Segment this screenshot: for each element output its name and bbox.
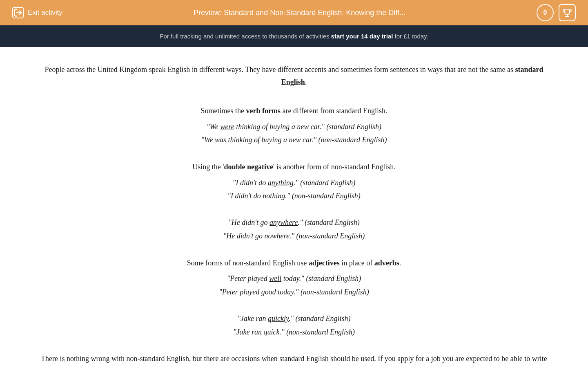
header: Exit activity Preview: Standard and Non-… [0,0,588,25]
header-controls: 0 [537,4,576,21]
adj-adv-example4: "Jake ran quick." (non-standard English) [41,326,547,339]
double-neg-example4: "He didn't go nowhere." (non-standard En… [41,230,547,242]
adj-adv-example3: "Jake ran quickly." (standard English) [41,312,547,325]
exit-label: Exit activity [28,9,62,17]
section-verb-forms: Sometimes the verb forms are different f… [41,105,547,146]
banner-cta[interactable]: start your 14 day trial [331,33,393,40]
exit-icon [12,7,24,18]
verb-forms-example1: "We were thinking of buying a new car." … [41,121,547,133]
intro-paragraph: People across the United Kingdom speak E… [41,63,547,88]
banner-text-after: for £1 today. [393,33,428,40]
adj-adv-heading: Some forms of non-standard English use a… [41,257,547,269]
adj-adv-example1: "Peter played well today." (standard Eng… [41,272,547,285]
banner-text-before: For full tracking and unlimited access t… [160,33,331,40]
anything-underline: anything [268,179,294,187]
anywhere-underline: anywhere [270,218,298,227]
verb-forms-example2: "We was thinking of buying a new car." (… [41,134,547,146]
were-underline: were [220,123,234,131]
section-double-negative: Using the 'double negative' is another f… [41,161,547,242]
double-neg-example1: "I didn't do anything." (standard Englis… [41,177,547,189]
trophy-badge[interactable] [559,4,576,21]
double-neg-example3: "He didn't go anywhere." (standard Engli… [41,216,547,229]
verb-forms-bold: verb forms [246,107,280,115]
nothing-underline: nothing [263,192,285,200]
adj-adv-example2: "Peter played good today." (non-standard… [41,286,547,298]
quickly-underline: quickly [268,314,289,323]
well-underline: well [269,274,281,283]
double-negative-heading: Using the 'double negative' is another f… [41,161,547,173]
double-neg-example2: "I didn't do nothing." (non-standard Eng… [41,190,547,202]
verb-forms-heading: Sometimes the verb forms are different f… [41,105,547,117]
good-underline: good [261,288,276,296]
bottom-paragraph: There is nothing wrong with non-standard… [41,352,547,368]
score-badge: 0 [537,4,554,21]
activity-title: Preview: Standard and Non-Standard Engli… [79,9,520,17]
exit-button[interactable]: Exit activity [12,7,62,18]
main-content: People across the United Kingdom speak E… [0,47,588,368]
quick-underline: quick [264,328,280,336]
adverbs-bold: adverbs [374,259,399,267]
section-adjectives-adverbs: Some forms of non-standard English use a… [41,257,547,339]
nowhere-underline: nowhere [265,232,290,240]
promo-banner: For full tracking and unlimited access t… [0,25,588,47]
adjectives-bold: adjectives [309,259,340,267]
double-negative-bold: double negative [224,163,274,171]
intro-bold: standard English [281,65,543,86]
was-underline: was [215,136,226,144]
